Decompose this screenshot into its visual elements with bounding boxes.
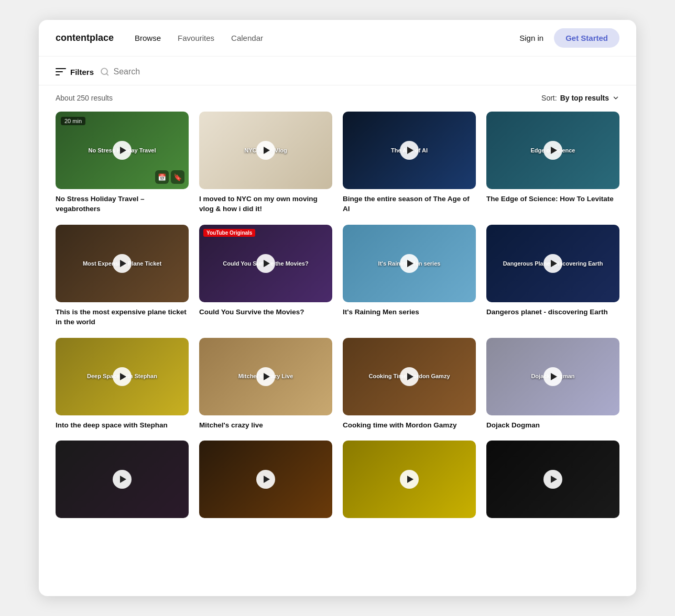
card-deep-space[interactable]: Deep Space with Stephan Into the deep sp… [56,338,189,431]
card-thumbnail [56,441,189,518]
play-button[interactable] [256,470,275,489]
play-button[interactable] [543,367,562,386]
card-thumbnail [343,441,476,518]
card-thumbnail: Most Expensive Plane Ticket [56,225,189,302]
card-thumbnail: Cooking Time Mordon Gamzy [343,338,476,415]
duration-badge: 20 min [61,117,85,125]
card-row4-3[interactable] [343,441,476,523]
card-no-stress[interactable]: No Stress Holiday Travel 20 min📅🔖 No Str… [56,112,189,214]
sign-in-button[interactable]: Sign in [519,34,543,42]
card-title: Could You Survive the Movies? [199,307,332,317]
card-thumbnail: Mitchel's Crazy Live [199,338,332,415]
card-title: No Stress Holiday Travel – vegabrothers [56,194,189,214]
chevron-down-icon [612,94,619,102]
navbar: contentplace Browse Favourites Calendar … [39,20,636,57]
nav-actions: Sign in Get Started [519,28,619,48]
card-raining-men[interactable]: It's Raining Men series It's Raining Men… [343,225,476,327]
card-nyc-move[interactable]: NYC Move Vlog I moved to NYC on my own m… [199,112,332,214]
card-thumbnail: No Stress Holiday Travel 20 min📅🔖 [56,112,189,189]
play-button[interactable] [543,254,562,273]
card-title: The Edge of Science: How To Levitate [486,194,619,204]
card-dojack[interactable]: Dojack Dogman Dojack Dogman [486,338,619,431]
card-thumbnail: Edge of Science [486,112,619,189]
card-cooking[interactable]: Cooking Time Mordon Gamzy Cooking time w… [343,338,476,431]
bookmark-badge: 🔖 [171,170,184,184]
results-section: About 250 results Sort: By top results N… [39,85,636,532]
card-thumbnail: The Age of AI [343,112,476,189]
play-button[interactable] [113,254,132,273]
card-title: Into the deep space with Stephan [56,421,189,431]
calendar-badge: 📅 [155,170,169,184]
card-thumbnail [486,441,619,518]
play-button[interactable] [256,254,275,273]
yt-originals-badge: YouTube Originals [203,229,255,237]
card-edge-of-science[interactable]: Edge of Science The Edge of Science: How… [486,112,619,214]
filters-button[interactable]: Filters [56,68,94,76]
play-button[interactable] [113,367,132,386]
card-thumbnail: Could You Survive the Movies? YouTube Or… [199,225,332,302]
search-input[interactable] [114,67,619,76]
play-button[interactable] [400,470,419,489]
play-button[interactable] [113,141,132,160]
play-button[interactable] [543,141,562,160]
logo: contentplace [56,32,114,43]
results-count: About 250 results [56,94,113,102]
nav-browse[interactable]: Browse [135,34,161,42]
search-icon [100,67,110,76]
card-mitchel[interactable]: Mitchel's Crazy Live Mitchel's crazy liv… [199,338,332,431]
play-button[interactable] [113,470,132,489]
card-title: Cooking time with Mordon Gamzy [343,421,476,431]
sort-value: By top results [560,94,609,102]
card-thumbnail: NYC Move Vlog [199,112,332,189]
card-row4-4[interactable] [486,441,619,523]
results-header: About 250 results Sort: By top results [56,94,619,102]
card-dangerous-planet[interactable]: Dangerous Planet Discovering Earth Dange… [486,225,619,327]
card-title: Dojack Dogman [486,421,619,431]
content-grid: No Stress Holiday Travel 20 min📅🔖 No Str… [56,112,619,523]
card-title: It's Raining Men series [343,307,476,317]
card-thumbnail: Dangerous Planet Discovering Earth [486,225,619,302]
sort-control[interactable]: Sort: By top results [541,94,619,102]
card-expensive-ticket[interactable]: Most Expensive Plane Ticket This is the … [56,225,189,327]
nav-favourites[interactable]: Favourites [178,34,214,42]
play-button[interactable] [256,367,275,386]
play-button[interactable] [400,367,419,386]
card-title: Mitchel's crazy live [199,421,332,431]
play-button[interactable] [543,470,562,489]
filters-label: Filters [70,68,94,76]
search-input-wrap [100,67,619,76]
sort-label: Sort: [541,94,557,102]
play-button[interactable] [400,141,419,160]
nav-calendar[interactable]: Calendar [231,34,263,42]
card-thumbnail [199,441,332,518]
card-thumbnail: Dojack Dogman [486,338,619,415]
card-survive-movies[interactable]: Could You Survive the Movies? YouTube Or… [199,225,332,327]
filter-icon [56,68,66,76]
nav-links: Browse Favourites Calendar [135,34,519,42]
search-bar-inner: Filters [56,67,619,76]
get-started-button[interactable]: Get Started [554,28,619,48]
card-title: This is the most expensive plane ticket … [56,307,189,327]
play-button[interactable] [256,141,275,160]
card-thumbnail: Deep Space with Stephan [56,338,189,415]
app-container: contentplace Browse Favourites Calendar … [39,20,636,596]
play-button[interactable] [400,254,419,273]
card-row4-2[interactable] [199,441,332,523]
card-title: Binge the entire season of The Age of AI [343,194,476,214]
card-row4-1[interactable] [56,441,189,523]
card-title: Dangeros planet - discovering Earth [486,307,619,317]
card-thumbnail: It's Raining Men series [343,225,476,302]
search-bar-section: Filters [39,57,636,85]
svg-line-1 [106,73,108,75]
card-age-of-ai[interactable]: The Age of AI Binge the entire season of… [343,112,476,214]
card-title: I moved to NYC on my own moving vlog & h… [199,194,332,214]
